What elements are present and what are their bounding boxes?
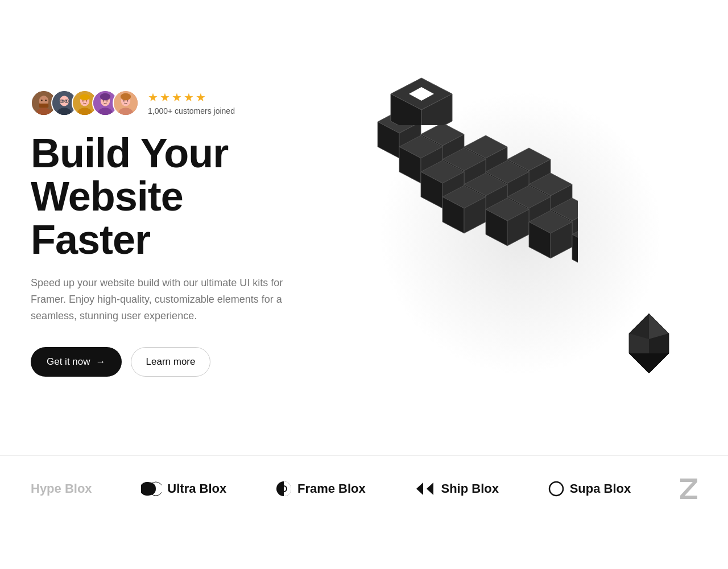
svg-marker-96 xyxy=(680,479,697,499)
brand-hype-blox: Hype Blox xyxy=(31,481,92,496)
brand-frame-blox: Frame Blox xyxy=(276,481,366,497)
svg-point-10 xyxy=(61,100,63,102)
star-icon: ★ xyxy=(172,90,182,104)
brand-hype-label: Hype Blox xyxy=(31,481,92,496)
svg-marker-79 xyxy=(572,234,578,271)
customers-count: 1,000+ customers joined xyxy=(148,106,235,116)
brand-frame-label: Frame Blox xyxy=(297,481,366,496)
hero-subtext: Speed up your website build with our ult… xyxy=(31,275,315,324)
arrow-icon: → xyxy=(96,356,106,368)
brand-supa-label: Supa Blox xyxy=(570,481,631,496)
svg-marker-90 xyxy=(629,353,669,373)
brand-ship-blox: Ship Blox xyxy=(415,481,499,496)
hero-section: ★ ★ ★ ★ ★ 1,000+ customers joined Build … xyxy=(0,0,728,455)
svg-point-95 xyxy=(549,482,563,496)
svg-point-11 xyxy=(65,100,67,102)
brand-ultra-blox: Ultra Blox xyxy=(141,481,226,496)
svg-point-19 xyxy=(82,101,84,102)
hero-visual xyxy=(345,51,697,415)
svg-point-26 xyxy=(106,101,107,102)
star-icon: ★ xyxy=(184,90,194,104)
learn-more-button[interactable]: Learn more xyxy=(131,347,211,377)
brand-ship-label: Ship Blox xyxy=(441,481,499,496)
social-proof: ★ ★ ★ ★ ★ 1,000+ customers joined xyxy=(31,90,345,116)
svg-point-24 xyxy=(100,93,110,101)
star-icon: ★ xyxy=(148,90,158,104)
floating-diamond xyxy=(612,305,686,381)
extra-brand-icon xyxy=(680,479,697,499)
star-icon: ★ xyxy=(196,90,206,104)
frame-blox-icon xyxy=(276,481,292,497)
svg-rect-4 xyxy=(39,104,48,108)
svg-point-5 xyxy=(41,100,43,101)
ultra-blox-icon xyxy=(141,481,162,496)
avatar-group xyxy=(31,90,139,116)
avatar xyxy=(113,90,139,116)
svg-point-25 xyxy=(103,101,104,102)
svg-point-6 xyxy=(45,100,47,101)
get-it-now-button[interactable]: Get it now → xyxy=(31,347,122,377)
brand-ultra-label: Ultra Blox xyxy=(167,481,226,496)
svg-point-20 xyxy=(86,101,87,102)
main-3d-cube xyxy=(350,74,578,315)
brands-bar: Hype Blox Ultra Blox Frame Blox xyxy=(0,455,728,522)
rating-block: ★ ★ ★ ★ ★ 1,000+ customers joined xyxy=(148,90,235,116)
brand-supa-blox: Supa Blox xyxy=(548,481,631,497)
ship-blox-icon xyxy=(415,481,436,496)
svg-point-31 xyxy=(123,101,125,102)
brand-extra xyxy=(680,479,697,499)
floating-cube xyxy=(390,63,453,127)
svg-point-32 xyxy=(127,101,128,102)
svg-point-30 xyxy=(121,93,131,101)
hero-left-content: ★ ★ ★ ★ ★ 1,000+ customers joined Build … xyxy=(31,90,345,376)
svg-point-18 xyxy=(80,94,90,101)
hero-headline: Build Your Website Faster xyxy=(31,132,345,261)
cta-buttons: Get it now → Learn more xyxy=(31,347,345,377)
star-rating: ★ ★ ★ ★ ★ xyxy=(148,90,235,104)
star-icon: ★ xyxy=(160,90,170,104)
supa-blox-icon xyxy=(548,481,564,497)
